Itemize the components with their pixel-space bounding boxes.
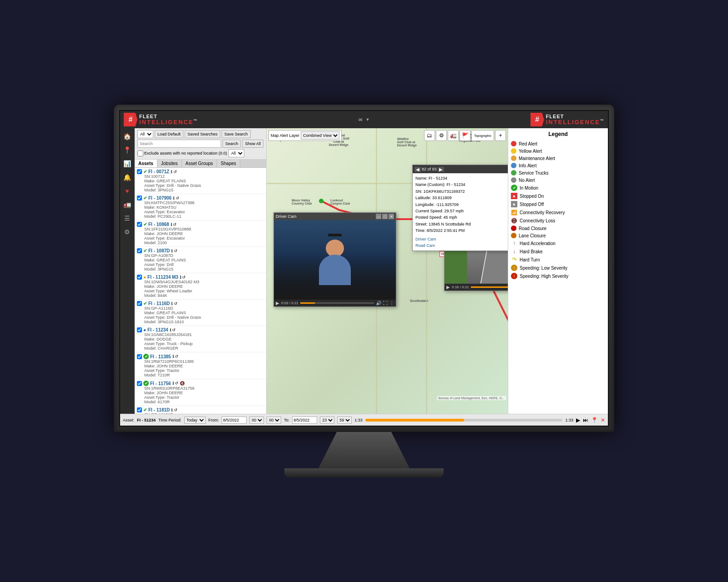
- sidebar-icon-alert[interactable]: 🔔: [121, 171, 134, 184]
- popup-next-button[interactable]: ▶: [438, 167, 444, 172]
- driver-cam-progress[interactable]: [300, 302, 374, 304]
- timeline-play-button[interactable]: ▶: [576, 417, 580, 423]
- from-min-select[interactable]: 00: [267, 416, 281, 424]
- tab-assets[interactable]: Assets: [135, 160, 157, 167]
- from-hour-select[interactable]: 00: [249, 416, 264, 424]
- list-item[interactable]: ✔ FI - 11385 ℹ ↺ SN:1RW7210RP6C011385 Ma…: [135, 352, 266, 379]
- asset-type: Asset Type: Tractor: [137, 395, 264, 400]
- sidebar-icon-truck[interactable]: 🚛: [121, 198, 134, 211]
- to-hour-select[interactable]: 23: [320, 416, 334, 424]
- timeline-location-button[interactable]: 📍: [591, 417, 598, 423]
- driver-cam-fullscreen[interactable]: ⛶: [383, 301, 388, 306]
- driver-silhouette: [317, 235, 353, 285]
- list-item[interactable]: ✔ FI - 1181D ℹ ↺ SN:GP-A1181D Make: GREA…: [135, 406, 266, 414]
- sidebar-icon-chart[interactable]: 📊: [121, 157, 134, 170]
- asset-checkbox[interactable]: [137, 169, 142, 174]
- list-item[interactable]: ✔ FI - 10868 ℹ ↺ SN:1FF210GXVlP510888 Ma…: [135, 221, 266, 247]
- popup-prev-button[interactable]: ◀: [415, 167, 421, 172]
- map-area[interactable]: Deer ValleyAirport NationalMemorial Golf…: [267, 128, 508, 414]
- asset-model: Model: 3PNG15: [137, 188, 264, 192]
- timeline-next-button[interactable]: ⏭: [583, 417, 588, 423]
- asset-checkbox[interactable]: [137, 407, 142, 412]
- asset-checkbox[interactable]: [137, 327, 142, 332]
- asset-checkbox[interactable]: [137, 275, 142, 280]
- saved-searches-button[interactable]: Saved Searches: [185, 130, 220, 138]
- asset-checkbox[interactable]: [137, 248, 142, 253]
- legend-title: Legend: [511, 131, 605, 137]
- to-date-input[interactable]: [292, 416, 317, 424]
- sidebar-icon-map[interactable]: 📍: [121, 144, 134, 156]
- popup-posted-speed: Posted Speed: 45 mph: [415, 214, 508, 221]
- asset-icons: ℹ ↺: [171, 249, 177, 253]
- tab-asset-groups[interactable]: Asset Groups: [182, 160, 217, 167]
- exclude-checkbox[interactable]: [137, 151, 143, 156]
- driver-cam-link[interactable]: Driver Cam: [415, 237, 436, 241]
- save-search-button[interactable]: Save Search: [222, 130, 251, 138]
- list-item[interactable]: ✔ FI - 1116D ℹ ↺ SN:GP-A1116D Make: GREA…: [135, 300, 266, 326]
- map-alert-select[interactable]: Combined View: [301, 131, 339, 140]
- legend-connectivity-recovery-label: Connectivity Recovery: [520, 210, 565, 215]
- map-btn-flag[interactable]: 🚩: [460, 130, 470, 141]
- map-btn-settings[interactable]: ⚙: [436, 130, 447, 141]
- list-item[interactable]: ✔ FI - 0071Z ℹ ↺ SN:100712 Make: GREAT P…: [135, 168, 266, 194]
- asset-checkbox[interactable]: [137, 381, 142, 386]
- asset-type: Asset Type: Wheel Loader: [137, 289, 264, 293]
- legend-speeding-low: ! Speeding: Low Severity: [511, 264, 605, 272]
- driver-cam-maximize[interactable]: □: [382, 214, 388, 219]
- to-min-select[interactable]: 59: [337, 416, 352, 424]
- map-alert-layer-toolbar: Map Alert Layer Combined View: [268, 130, 342, 141]
- tab-jobsites[interactable]: Jobsites: [157, 160, 182, 167]
- list-item[interactable]: ✔ FI - 11756 ℹ ↺ 🔇 SN:1RW6S10RP8EA31756 …: [135, 379, 266, 406]
- popup-street: Street: 13845 N Scottsdale Rd: [415, 221, 508, 227]
- legend-lane-closure: Lane Closure: [511, 232, 605, 239]
- sidebar-icon-settings[interactable]: ⚙: [121, 226, 134, 238]
- timeline-close-button[interactable]: ✕: [601, 417, 605, 423]
- list-item[interactable]: ✔ FI - 1087D ℹ ↺ SN:GP-A1087D Make: GREA…: [135, 247, 266, 273]
- driver-cam-play[interactable]: ▶: [276, 301, 279, 306]
- asset-id: FI - 10868: [148, 222, 169, 227]
- tab-shapes[interactable]: Shapes: [217, 160, 240, 167]
- time-period-select[interactable]: Today: [184, 416, 206, 424]
- monitor-wrapper: # FLEET INTELLIGENCE™ ✉ ▼: [91, 86, 637, 496]
- legend-connectivity-loss: 📵 Connectivity Loss: [511, 216, 605, 225]
- from-date-input[interactable]: [222, 416, 247, 424]
- road-cam-progress[interactable]: [471, 286, 508, 288]
- driver-cam-volume[interactable]: 🔊: [376, 301, 381, 306]
- asset-checkbox[interactable]: [137, 222, 142, 227]
- filter-select[interactable]: All: [137, 130, 153, 138]
- timeline-progress[interactable]: [365, 419, 563, 421]
- road-cam-link[interactable]: Road Cam: [415, 243, 435, 248]
- asset-checkbox[interactable]: [137, 301, 142, 306]
- asset-id: FI - 1087D: [148, 248, 170, 253]
- monitor-screen: # FLEET INTELLIGENCE™ ✉ ▼: [119, 110, 609, 426]
- road-cam-play[interactable]: ▶: [446, 285, 450, 290]
- map-btn-layers[interactable]: 🗂: [424, 130, 435, 141]
- legend-info-alert-icon: [511, 163, 516, 168]
- main-content: 🏠 📍 📊 🔔 ♥ 🚛 ☰ ⚙: [120, 128, 608, 414]
- asset-checkbox[interactable]: [137, 354, 142, 359]
- search-button[interactable]: Search: [222, 140, 241, 148]
- to-label: To:: [284, 418, 289, 422]
- email-icon[interactable]: ✉: [359, 117, 362, 122]
- legend-hard-brake-icon: ↓: [511, 248, 517, 255]
- asset-checkbox[interactable]: [137, 196, 142, 201]
- sidebar-icon-menu[interactable]: ☰: [121, 212, 134, 225]
- search-input[interactable]: [137, 140, 221, 148]
- driver-cam-close[interactable]: ✕: [389, 214, 394, 219]
- map-btn-truck[interactable]: 🚛: [448, 130, 459, 141]
- driver-cam-more[interactable]: ⋮: [389, 301, 394, 306]
- exclude-select[interactable]: All: [228, 149, 244, 157]
- sidebar-icon-heart[interactable]: ♥: [121, 185, 134, 197]
- driver-cam-title: Driver Cam: [276, 214, 297, 219]
- show-all-button[interactable]: Show All: [242, 140, 263, 148]
- list-item[interactable]: ● FI - 11234 ℹ ↺ SN:1GN8C16285J264181 Ma…: [135, 326, 266, 352]
- list-item[interactable]: ● FI - 111234 M3 ℹ ↺ SN:1DW9A4OJUES40182…: [135, 273, 266, 300]
- driver-cam-minimize[interactable]: —: [376, 214, 381, 219]
- legend-lane-closure-icon: [511, 233, 516, 238]
- list-item[interactable]: ✔ FI - 107906 ℹ ↺ SN:KMTPC25S/PWA27388 M…: [135, 194, 266, 221]
- map-btn-zoom-in[interactable]: +: [495, 130, 506, 141]
- load-default-button[interactable]: Load Default: [155, 130, 183, 138]
- sidebar-icon-home[interactable]: 🏠: [121, 130, 134, 143]
- map-btn-topographic[interactable]: Topographic: [471, 130, 494, 141]
- legend-stopped-on-icon: ■: [511, 193, 517, 199]
